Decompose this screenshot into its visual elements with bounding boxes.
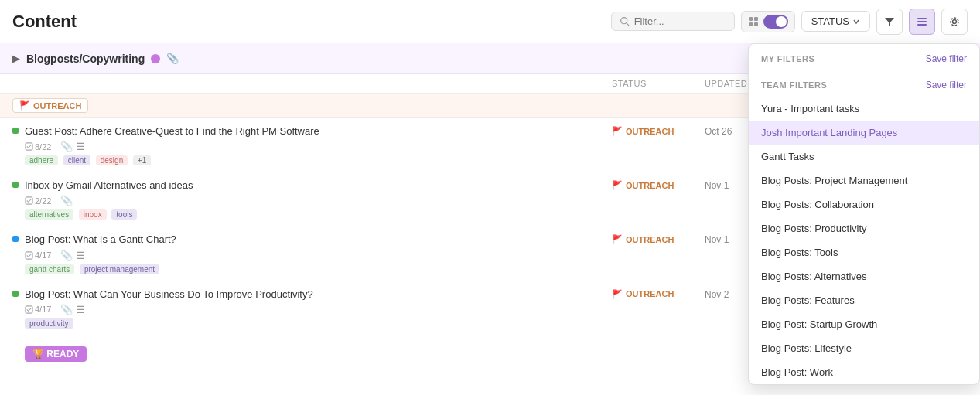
attachment-icon[interactable]: 📎 [60, 195, 73, 206]
my-filters-section: MY FILTERS Save filter [749, 44, 979, 70]
svg-rect-15 [26, 306, 32, 313]
dropdown-item-gantt[interactable]: Gantt Tasks [749, 145, 979, 169]
list-action-icon[interactable]: ☰ [76, 250, 85, 261]
task-indicator [12, 291, 19, 297]
dropdown-item-yura[interactable]: Yura - Important tasks [749, 97, 979, 121]
dropdown-item-bp-feat[interactable]: Blog Posts: Features [749, 288, 979, 312]
dropdown-item-bp-lifestyle[interactable]: Blog Posts: Lifestyle [749, 336, 979, 360]
toggle-switch[interactable] [763, 15, 788, 29]
svg-point-0 [620, 18, 627, 24]
task-tags: gantt charts project management [25, 261, 612, 274]
settings-button[interactable] [941, 9, 968, 35]
dropdown-item-bp-pm[interactable]: Blog Posts: Project Management [749, 169, 979, 192]
task-title[interactable]: Blog Post: What Can Your Business Do To … [25, 288, 612, 301]
task-inline-actions: 📎 [60, 195, 73, 206]
tag-alternatives[interactable]: alternatives [25, 209, 73, 220]
team-filters-title: TEAM FILTERS Save filter [761, 80, 967, 90]
dropdown-item-bp-alt[interactable]: Blog Posts: Alternatives [749, 264, 979, 288]
my-filters-title: MY FILTERS Save filter [761, 53, 967, 64]
attachment-icon[interactable]: 📎 [60, 304, 73, 315]
gear-icon [949, 16, 960, 27]
header: Content STAT [0, 0, 980, 43]
svg-rect-7 [917, 18, 927, 19]
grid-icon [748, 16, 759, 27]
attachment-icon[interactable]: 📎 [60, 250, 73, 261]
clip-icon[interactable]: 📎 [166, 53, 179, 64]
task-content: Blog Post: What Is a Gantt Chart? 4/17 📎… [25, 233, 612, 274]
task-meta: 2/22 📎 [25, 195, 612, 206]
svg-marker-6 [885, 18, 894, 26]
status-flag-icon: 🚩 [612, 126, 623, 136]
col-status-header: STATUS [612, 79, 705, 88]
tag-gantt[interactable]: gantt charts [25, 264, 74, 274]
task-tags: productivity [25, 315, 612, 329]
tag-client[interactable]: client [63, 155, 90, 165]
page-title: Content [12, 12, 77, 32]
task-tags: alternatives inbox tools [25, 206, 612, 220]
svg-rect-3 [754, 17, 758, 21]
status-button[interactable]: STATUS [801, 11, 870, 32]
dropdown-item-josh[interactable]: Josh Important Landing Pages [749, 121, 979, 145]
svg-rect-9 [917, 24, 927, 26]
list-action-icon[interactable]: ☰ [76, 304, 85, 315]
list-action-icon[interactable]: ☰ [76, 141, 85, 152]
svg-rect-12 [26, 143, 32, 150]
svg-rect-14 [26, 251, 32, 258]
task-indicator [12, 182, 19, 188]
task-title[interactable]: Guest Post: Adhere Creative-Quest to Fin… [25, 124, 612, 138]
task-content: Inbox by Gmail Alternatives and ideas 2/… [25, 179, 612, 220]
dropdown-item-bp-collab[interactable]: Blog Posts: Collaboration [749, 192, 979, 216]
svg-rect-2 [749, 17, 753, 21]
task-inline-actions: 📎 ☰ [60, 250, 85, 261]
save-my-filter-button[interactable]: Save filter [926, 53, 967, 64]
group-toggle[interactable]: ▶ [12, 53, 20, 64]
task-status: 🚩 OUTREACH [612, 288, 705, 299]
app-container: Content STAT [0, 0, 980, 395]
tag-design[interactable]: design [96, 155, 128, 165]
status-badge: 🚩 OUTREACH [612, 234, 705, 244]
svg-rect-5 [754, 22, 758, 26]
status-badge: 🚩 OUTREACH [612, 289, 705, 299]
filter-input-wrap [611, 12, 735, 31]
task-status: 🚩 OUTREACH [612, 233, 705, 244]
filter-input[interactable] [634, 15, 726, 27]
tag-inbox[interactable]: inbox [79, 209, 107, 220]
view-button[interactable] [909, 9, 935, 35]
task-meta: 4/17 📎 ☰ [25, 250, 612, 261]
funnel-icon [884, 16, 895, 27]
svg-point-11 [951, 18, 958, 26]
group-title: Blogposts/Copywriting [26, 53, 145, 65]
task-title[interactable]: Inbox by Gmail Alternatives and ideas [25, 179, 612, 192]
status-badge: 🚩 OUTREACH [612, 180, 705, 190]
task-checklist: 8/22 [25, 142, 51, 152]
check-icon [25, 142, 33, 151]
dropdown-item-bp-startup[interactable]: Blog Post: Startup Growth [749, 312, 979, 336]
tag-adhere[interactable]: adhere [25, 155, 58, 165]
dropdown-item-bp-tools[interactable]: Blog Posts: Tools [749, 240, 979, 264]
outreach-badge: 🚩 OUTREACH [12, 98, 88, 113]
tag-productivity[interactable]: productivity [25, 318, 73, 329]
dropdown-items: Yura - Important tasksJosh Important Lan… [749, 97, 979, 384]
check-icon [25, 251, 33, 260]
chevron-down-icon [852, 18, 860, 26]
tag-more[interactable]: +1 [133, 155, 151, 165]
save-team-filter-button[interactable]: Save filter [926, 80, 967, 90]
outreach-flag-icon: 🚩 [19, 100, 30, 111]
tag-tools[interactable]: tools [111, 209, 137, 220]
attachment-icon[interactable]: 📎 [60, 141, 73, 152]
task-title[interactable]: Blog Post: What Is a Gantt Chart? [25, 233, 612, 247]
status-flag-icon: 🚩 [612, 180, 623, 190]
task-checklist: 4/17 [25, 305, 51, 314]
team-filters-section: TEAM FILTERS Save filter [749, 70, 979, 97]
status-badge: 🚩 OUTREACH [612, 126, 705, 136]
task-checklist: 2/22 [25, 196, 51, 206]
task-meta: 8/22 📎 ☰ [25, 141, 612, 152]
task-meta: 4/17 📎 ☰ [25, 304, 612, 315]
tag-project-management[interactable]: project management [80, 264, 159, 274]
dropdown-item-bp-work[interactable]: Blog Post: Work [749, 360, 979, 384]
filters-dropdown: MY FILTERS Save filter TEAM FILTERS Save… [748, 43, 980, 385]
search-icon [620, 16, 630, 26]
status-flag-icon: 🚩 [612, 289, 623, 299]
filter-button[interactable] [876, 9, 903, 35]
dropdown-item-bp-prod[interactable]: Blog Posts: Productivity [749, 216, 979, 240]
